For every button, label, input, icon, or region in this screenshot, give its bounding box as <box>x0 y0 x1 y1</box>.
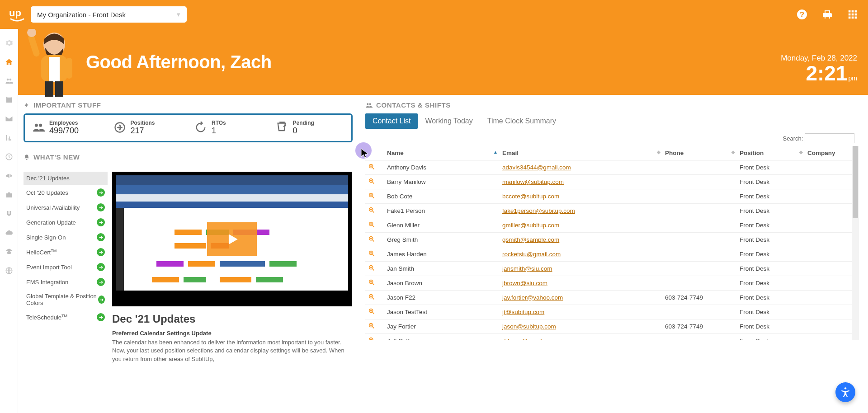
whatsnew-item[interactable]: Oct '20 Updates➔ <box>24 185 108 200</box>
clock-icon[interactable] <box>5 153 13 161</box>
calendar-icon[interactable] <box>5 96 13 104</box>
magnify-icon[interactable] <box>368 192 375 199</box>
cell-name: Jan Smith <box>384 262 500 276</box>
scrollbar[interactable] <box>852 146 859 340</box>
magnify-icon[interactable] <box>368 264 375 272</box>
table-row: Fake1 Personfake1person@subitup.comFront… <box>365 204 859 218</box>
cell-position: Front Desk <box>737 334 805 341</box>
chart-icon[interactable] <box>5 134 13 142</box>
magnet-icon[interactable] <box>5 210 13 218</box>
stat-card-positions[interactable]: Positions217 <box>108 117 188 139</box>
email-link[interactable]: jansmith@siu.com <box>502 265 552 272</box>
email-link[interactable]: fake1person@subitup.com <box>502 207 575 214</box>
whatsnew-article-subtitle: Preferred Calendar Settings Update <box>112 330 353 337</box>
whats-new-video[interactable] <box>112 172 352 306</box>
cell-position: Front Desk <box>737 160 805 175</box>
svg-rect-40 <box>220 277 251 282</box>
stat-value: 217 <box>131 126 155 136</box>
svg-rect-6 <box>849 14 851 16</box>
column-header-phone[interactable]: Phone◆ <box>662 146 737 160</box>
cloud-icon[interactable] <box>5 229 13 237</box>
home-icon[interactable] <box>5 58 13 66</box>
briefcase-icon[interactable] <box>5 191 13 199</box>
whatsnew-item[interactable]: Event Import Tool➔ <box>24 260 108 275</box>
whatsnew-item[interactable]: HelloCertTM➔ <box>24 245 108 260</box>
cell-phone: 603-724-7749 <box>662 291 737 305</box>
accessibility-button[interactable] <box>835 382 855 402</box>
table-row: Anthony Davisadavis34544@gmail.comFront … <box>365 160 859 175</box>
cell-position: Front Desk <box>737 204 805 218</box>
people-icon[interactable] <box>5 77 13 85</box>
magnify-icon[interactable] <box>368 178 375 185</box>
megaphone-icon[interactable] <box>5 172 13 180</box>
magnify-icon[interactable] <box>368 279 375 286</box>
tab-contact-list[interactable]: Contact List <box>365 113 418 129</box>
magnify-icon[interactable] <box>368 308 375 315</box>
play-button[interactable] <box>207 222 257 256</box>
whatsnew-item-label: Generation Update <box>26 219 76 226</box>
email-link[interactable]: jbrown@siu.com <box>502 280 547 286</box>
apps-grid-icon[interactable] <box>846 8 859 21</box>
magnify-icon[interactable] <box>368 163 375 170</box>
magnify-icon[interactable] <box>368 322 375 329</box>
table-row: Bob Cotebccote@subitup.comFront Desk <box>365 189 859 204</box>
email-link[interactable]: gmiller@subitup.com <box>502 222 559 229</box>
email-link[interactable]: manilow@subitup.com <box>502 178 564 185</box>
table-row: James Hardenrocketsiu@gmail.comFront Des… <box>365 247 859 262</box>
bolt-icon <box>24 102 30 108</box>
column-header-company[interactable]: Company◆ <box>805 146 859 160</box>
email-link[interactable]: gsmith@sample.com <box>502 236 559 243</box>
magnify-icon[interactable] <box>368 337 375 340</box>
whatsnew-item[interactable]: Universal Availability➔ <box>24 200 108 215</box>
email-link[interactable]: rocketsiu@gmail.com <box>502 251 561 258</box>
cell-position: Front Desk <box>737 262 805 276</box>
org-selector[interactable]: My Organization - Front Desk ▾ <box>31 6 187 23</box>
column-header-email[interactable]: Email◆ <box>500 146 662 160</box>
magnify-icon[interactable] <box>368 206 375 214</box>
app-logo[interactable]: up <box>9 6 25 23</box>
print-icon[interactable] <box>821 8 834 21</box>
table-row: Jason Brownjbrown@siu.comFront Desk <box>365 276 859 291</box>
whatsnew-item[interactable]: Global Template & Position Colors➔ <box>24 290 108 310</box>
email-link[interactable]: jt@subitup.com <box>502 309 544 315</box>
magnify-icon[interactable] <box>368 235 375 243</box>
search-input[interactable] <box>805 133 854 143</box>
svg-rect-41 <box>256 277 283 282</box>
stat-card-rtos[interactable]: RTOs1 <box>189 117 269 139</box>
whatsnew-item[interactable]: Dec '21 Updates <box>24 172 108 185</box>
help-icon[interactable]: ? <box>796 8 808 21</box>
graduation-icon[interactable] <box>5 248 13 256</box>
magnify-icon[interactable] <box>368 293 375 300</box>
whatsnew-item[interactable]: EMS Integration➔ <box>24 275 108 290</box>
cell-name: Jeff Collins <box>384 334 500 341</box>
whatsnew-item-label: Dec '21 Updates <box>26 175 70 182</box>
whatsnew-item[interactable]: TeleScheduleTM➔ <box>24 310 108 325</box>
scrollbar-thumb[interactable] <box>853 146 858 218</box>
stat-card-pending[interactable]: Pending0 <box>270 117 350 139</box>
tab-working-today[interactable]: Working Today <box>418 113 480 129</box>
whatsnew-item[interactable]: Single Sign-On➔ <box>24 230 108 245</box>
stat-label: Positions <box>131 120 155 126</box>
email-link[interactable]: jay.fortier@yahoo.com <box>502 294 563 301</box>
whatsnew-item[interactable]: Generation Update➔ <box>24 215 108 230</box>
contacts-shifts-title: CONTACTS & SHIFTS <box>365 101 859 109</box>
column-header-name[interactable]: Name▲ <box>384 146 500 160</box>
globe-icon[interactable] <box>5 267 13 275</box>
cell-company <box>805 218 859 233</box>
magnify-icon[interactable] <box>368 221 375 228</box>
svg-rect-9 <box>849 17 851 19</box>
email-link[interactable]: jason@subitup.com <box>502 323 556 330</box>
mail-icon[interactable] <box>5 115 13 123</box>
tab-time-clock-summary[interactable]: Time Clock Summary <box>480 113 563 129</box>
cell-email: fake1person@subitup.com <box>500 204 662 218</box>
cell-company <box>805 189 859 204</box>
stat-card-employees[interactable]: Employees499/700 <box>27 117 106 139</box>
whatsnew-item-label: Universal Availability <box>26 204 80 211</box>
email-link[interactable]: bccote@subitup.com <box>502 193 559 200</box>
email-link[interactable]: adavis34544@gmail.com <box>502 164 571 171</box>
whatsnew-article-paragraph: The calendar has been enhanced to delive… <box>112 338 353 363</box>
magnify-icon[interactable] <box>368 250 375 257</box>
email-link[interactable]: ddscas@gmail.com <box>502 338 556 340</box>
gear-icon[interactable] <box>5 39 13 47</box>
column-header-position[interactable]: Position◆ <box>737 146 805 160</box>
